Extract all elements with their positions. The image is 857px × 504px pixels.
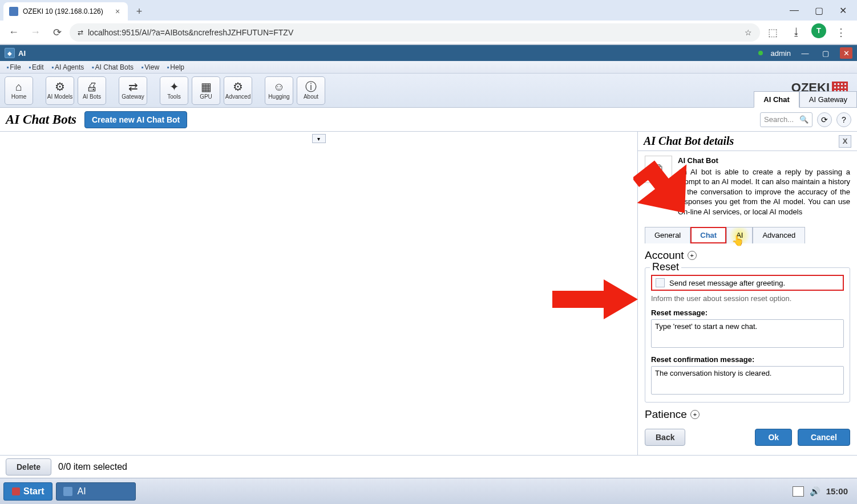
browser-tab[interactable]: OZEKI 10 (192.168.0.126) ×: [3, 2, 128, 21]
menu-ai-chat-bots[interactable]: AI Chat Bots: [88, 62, 137, 72]
close-tab-icon[interactable]: ×: [113, 7, 122, 16]
reset-confirm-label: Reset confirmation message:: [651, 355, 844, 364]
status-online-icon: [758, 51, 763, 55]
app-title: AI: [18, 49, 26, 58]
gpu-icon: ▦: [201, 81, 212, 92]
gear-icon: ⚙: [55, 81, 65, 92]
downloads-icon[interactable]: ⭳: [787, 23, 806, 42]
profile-avatar[interactable]: T: [811, 23, 826, 38]
window-close-icon[interactable]: ✕: [839, 5, 847, 16]
app-minimize-icon[interactable]: —: [799, 47, 811, 59]
list-dropdown[interactable]: ▾: [312, 134, 326, 143]
menu-help[interactable]: Help: [164, 62, 188, 72]
home-icon: ⌂: [15, 81, 22, 92]
bookmark-icon[interactable]: ☆: [745, 28, 752, 37]
tab-chat[interactable]: Chat: [690, 227, 726, 243]
page-title: AI Chat Bots: [6, 112, 76, 127]
page-header: AI Chat Bots Create new AI Chat Bot Sear…: [0, 108, 857, 132]
details-description: An AI bot is able to create a reply by p…: [678, 167, 850, 217]
gateway-icon: ⇄: [128, 81, 138, 92]
expand-icon[interactable]: +: [690, 410, 700, 419]
delete-button[interactable]: Delete: [6, 458, 51, 475]
window-maximize-icon[interactable]: ▢: [815, 5, 823, 16]
new-tab-button[interactable]: +: [131, 3, 147, 19]
bot-icon: 🖨: [86, 81, 98, 92]
toolbar-about[interactable]: ⓘAbout: [297, 76, 325, 105]
search-input[interactable]: Search... 🔍: [760, 112, 812, 127]
toolbar-tools[interactable]: ✦Tools: [160, 76, 188, 105]
menu-file[interactable]: File: [3, 62, 25, 72]
extensions-icon[interactable]: ⬚: [763, 23, 782, 42]
tab-ai-chat[interactable]: AI Chat: [754, 91, 799, 108]
toolbar-home[interactable]: ⌂Home: [5, 76, 33, 105]
toolbar-ai-models[interactable]: ⚙AI Models: [46, 76, 74, 105]
details-heading: AI Chat Bot: [678, 156, 850, 166]
create-chat-bot-button[interactable]: Create new AI Chat Bot: [84, 111, 187, 128]
favicon-icon: [9, 7, 18, 16]
site-info-icon[interactable]: ⇄: [78, 29, 83, 36]
cursor-pointer-icon: 👆: [731, 234, 744, 247]
nav-back-button[interactable]: ←: [5, 23, 23, 42]
start-button[interactable]: Start: [3, 482, 52, 501]
tab-ai-gateway[interactable]: AI Gateway: [799, 91, 857, 108]
tray-clock: 15:00: [826, 486, 848, 496]
ok-button[interactable]: Ok: [755, 429, 792, 446]
section-account[interactable]: Account +: [645, 249, 850, 262]
help-button[interactable]: ?: [836, 112, 851, 127]
ai-task-icon: [63, 487, 72, 496]
app-icon: ◆: [5, 48, 15, 58]
reset-message-input[interactable]: Type 'reset' to start a new chat.: [651, 319, 844, 348]
menu-edit[interactable]: Edit: [26, 62, 47, 72]
start-icon: [12, 487, 20, 495]
reset-hint: Inform the user about session reset opti…: [651, 294, 844, 303]
app-close-icon[interactable]: ✕: [840, 47, 852, 59]
browser-chrome: OZEKI 10 (192.168.0.126) × + — ▢ ✕ ← → ⟳…: [0, 0, 857, 45]
expand-icon[interactable]: +: [688, 251, 697, 260]
reset-message-label: Reset message:: [651, 308, 844, 317]
tab-general[interactable]: General: [645, 227, 690, 243]
chat-bot-list: ▾: [0, 132, 638, 457]
toolbar-gateway[interactable]: ⇄Gateway: [119, 76, 147, 105]
tab-ai[interactable]: AI 👆: [726, 227, 753, 243]
nav-forward-button[interactable]: →: [26, 23, 45, 42]
tab-advanced[interactable]: Advanced: [753, 227, 805, 243]
toolbar-ai-bots[interactable]: 🖨AI Bots: [78, 76, 106, 105]
menu-ai-agents[interactable]: AI Agents: [48, 62, 88, 72]
info-icon: ⓘ: [305, 81, 317, 92]
hugging-icon: ☺: [273, 81, 285, 92]
toolbar: ⌂Home ⚙AI Models 🖨AI Bots ⇄Gateway ✦Tool…: [0, 74, 857, 108]
back-button[interactable]: Back: [645, 429, 685, 446]
send-reset-label: Send reset message after greeting.: [669, 279, 785, 287]
tab-title: OZEKI 10 (192.168.0.126): [23, 7, 108, 15]
close-details-button[interactable]: X: [839, 135, 851, 148]
chat-bot-icon: 🗎: [645, 156, 672, 183]
section-patience[interactable]: Patience +: [645, 408, 850, 421]
browser-menu-icon[interactable]: ⋮: [832, 23, 850, 42]
taskbar-ai-item[interactable]: AI: [56, 482, 136, 501]
refresh-button[interactable]: ⟳: [817, 112, 832, 127]
search-icon[interactable]: 🔍: [799, 115, 809, 124]
cancel-button[interactable]: Cancel: [798, 429, 850, 446]
advanced-icon: ⚙: [233, 81, 243, 92]
app-maximize-icon[interactable]: ▢: [819, 47, 832, 59]
tray-sound-icon[interactable]: 🔊: [810, 486, 820, 497]
tray-keyboard-icon[interactable]: [793, 486, 804, 497]
toolbar-gpu[interactable]: ▦GPU: [192, 76, 220, 105]
list-footer: Delete 0/0 item selected: [0, 455, 857, 478]
reset-confirm-input[interactable]: The conversation history is cleared.: [651, 366, 844, 395]
toolbar-advanced[interactable]: ⚙Advanced: [224, 76, 252, 105]
app-title-bar: ◆ AI admin — ▢ ✕: [0, 45, 857, 61]
menu-view[interactable]: View: [138, 62, 163, 72]
reset-legend: Reset: [650, 261, 681, 273]
window-minimize-icon[interactable]: —: [790, 5, 799, 15]
menu-bar: File Edit AI Agents AI Chat Bots View He…: [0, 61, 857, 74]
taskbar: Start AI 🔊 15:00: [0, 478, 857, 504]
nav-reload-button[interactable]: ⟳: [48, 23, 66, 42]
app-user[interactable]: admin: [771, 49, 791, 58]
send-reset-checkbox[interactable]: [656, 278, 665, 287]
selection-status: 0/0 item selected: [58, 462, 127, 472]
url-text: localhost:9515/AI/?a=AIBots&ncrefreshJZH…: [88, 28, 293, 37]
address-bar[interactable]: ⇄ localhost:9515/AI/?a=AIBots&ncrefreshJ…: [70, 23, 760, 42]
toolbar-hugging[interactable]: ☺Hugging: [265, 76, 293, 105]
details-title: AI Chat Bot details: [644, 135, 839, 148]
